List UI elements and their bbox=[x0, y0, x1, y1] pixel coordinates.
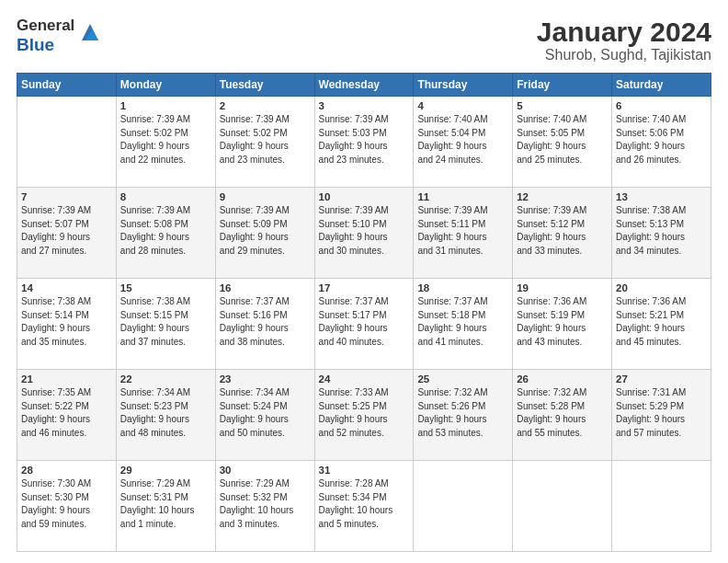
day-info: Sunrise: 7:39 AM Sunset: 5:07 PM Dayligh… bbox=[21, 204, 112, 258]
calendar-week-4: 28Sunrise: 7:30 AM Sunset: 5:30 PM Dayli… bbox=[17, 461, 711, 552]
table-row: 27Sunrise: 7:31 AM Sunset: 5:29 PM Dayli… bbox=[612, 370, 711, 461]
table-row: 1Sunrise: 7:39 AM Sunset: 5:02 PM Daylig… bbox=[116, 97, 215, 188]
day-info: Sunrise: 7:40 AM Sunset: 5:04 PM Dayligh… bbox=[417, 113, 508, 167]
table-row: 4Sunrise: 7:40 AM Sunset: 5:04 PM Daylig… bbox=[414, 97, 513, 188]
day-number: 26 bbox=[517, 373, 608, 385]
day-info: Sunrise: 7:39 AM Sunset: 5:09 PM Dayligh… bbox=[220, 204, 311, 258]
day-number: 19 bbox=[517, 282, 608, 293]
table-row: 15Sunrise: 7:38 AM Sunset: 5:15 PM Dayli… bbox=[116, 279, 215, 370]
logo-blue: Blue bbox=[17, 35, 54, 54]
day-number: 27 bbox=[616, 373, 707, 385]
table-row: 18Sunrise: 7:37 AM Sunset: 5:18 PM Dayli… bbox=[414, 279, 513, 370]
day-info: Sunrise: 7:32 AM Sunset: 5:26 PM Dayligh… bbox=[417, 386, 508, 440]
table-row: 2Sunrise: 7:39 AM Sunset: 5:02 PM Daylig… bbox=[215, 97, 314, 188]
title-block: January 2024 Shurob, Sughd, Tajikistan bbox=[537, 17, 711, 63]
logo-general: General bbox=[17, 17, 74, 34]
day-number: 11 bbox=[417, 191, 508, 202]
day-number: 30 bbox=[220, 465, 311, 476]
calendar-week-3: 21Sunrise: 7:35 AM Sunset: 5:22 PM Dayli… bbox=[17, 370, 711, 461]
table-row: 12Sunrise: 7:39 AM Sunset: 5:12 PM Dayli… bbox=[513, 188, 612, 279]
day-header-thursday: Thursday bbox=[414, 74, 513, 97]
calendar-page: General Blue January 2024 Shurob, Sughd,… bbox=[0, 0, 728, 563]
day-number: 15 bbox=[120, 282, 211, 293]
day-info: Sunrise: 7:34 AM Sunset: 5:23 PM Dayligh… bbox=[120, 386, 211, 440]
day-info: Sunrise: 7:37 AM Sunset: 5:18 PM Dayligh… bbox=[417, 295, 508, 349]
day-number: 24 bbox=[319, 373, 410, 385]
table-row: 13Sunrise: 7:38 AM Sunset: 5:13 PM Dayli… bbox=[612, 188, 711, 279]
day-header-saturday: Saturday bbox=[612, 74, 711, 97]
day-info: Sunrise: 7:34 AM Sunset: 5:24 PM Dayligh… bbox=[220, 386, 311, 440]
day-info: Sunrise: 7:39 AM Sunset: 5:03 PM Dayligh… bbox=[319, 113, 410, 167]
day-number: 29 bbox=[120, 465, 211, 476]
table-row bbox=[513, 461, 612, 552]
day-number: 20 bbox=[616, 282, 707, 293]
logo-icon bbox=[78, 20, 102, 48]
day-number: 8 bbox=[120, 191, 211, 202]
day-number: 21 bbox=[21, 373, 112, 385]
day-info: Sunrise: 7:39 AM Sunset: 5:12 PM Dayligh… bbox=[517, 204, 608, 258]
calendar-week-2: 14Sunrise: 7:38 AM Sunset: 5:14 PM Dayli… bbox=[17, 279, 711, 370]
day-number: 22 bbox=[120, 373, 211, 385]
calendar-table: SundayMondayTuesdayWednesdayThursdayFrid… bbox=[17, 73, 711, 552]
table-row: 22Sunrise: 7:34 AM Sunset: 5:23 PM Dayli… bbox=[116, 370, 215, 461]
day-number: 10 bbox=[319, 191, 410, 202]
day-info: Sunrise: 7:39 AM Sunset: 5:02 PM Dayligh… bbox=[220, 113, 311, 167]
day-number: 7 bbox=[21, 191, 112, 202]
day-number: 16 bbox=[220, 282, 311, 293]
table-row: 26Sunrise: 7:32 AM Sunset: 5:28 PM Dayli… bbox=[513, 370, 612, 461]
day-info: Sunrise: 7:36 AM Sunset: 5:19 PM Dayligh… bbox=[517, 295, 608, 349]
table-row: 10Sunrise: 7:39 AM Sunset: 5:10 PM Dayli… bbox=[314, 188, 414, 279]
day-info: Sunrise: 7:29 AM Sunset: 5:31 PM Dayligh… bbox=[120, 477, 211, 531]
day-info: Sunrise: 7:39 AM Sunset: 5:02 PM Dayligh… bbox=[120, 113, 211, 167]
table-row: 16Sunrise: 7:37 AM Sunset: 5:16 PM Dayli… bbox=[215, 279, 314, 370]
day-info: Sunrise: 7:28 AM Sunset: 5:34 PM Dayligh… bbox=[319, 477, 410, 531]
day-number: 23 bbox=[220, 373, 311, 385]
day-number: 28 bbox=[21, 465, 112, 476]
day-header-friday: Friday bbox=[513, 74, 612, 97]
day-info: Sunrise: 7:33 AM Sunset: 5:25 PM Dayligh… bbox=[319, 386, 410, 440]
table-row: 3Sunrise: 7:39 AM Sunset: 5:03 PM Daylig… bbox=[314, 97, 414, 188]
day-number: 18 bbox=[417, 282, 508, 293]
day-info: Sunrise: 7:40 AM Sunset: 5:06 PM Dayligh… bbox=[616, 113, 707, 167]
table-row: 25Sunrise: 7:32 AM Sunset: 5:26 PM Dayli… bbox=[414, 370, 513, 461]
table-row bbox=[17, 97, 117, 188]
day-number: 6 bbox=[616, 100, 707, 111]
table-row: 21Sunrise: 7:35 AM Sunset: 5:22 PM Dayli… bbox=[17, 370, 117, 461]
calendar-header-row: SundayMondayTuesdayWednesdayThursdayFrid… bbox=[17, 74, 711, 97]
day-info: Sunrise: 7:37 AM Sunset: 5:16 PM Dayligh… bbox=[220, 295, 311, 349]
table-row: 31Sunrise: 7:28 AM Sunset: 5:34 PM Dayli… bbox=[314, 461, 414, 552]
day-info: Sunrise: 7:39 AM Sunset: 5:11 PM Dayligh… bbox=[417, 204, 508, 258]
day-info: Sunrise: 7:30 AM Sunset: 5:30 PM Dayligh… bbox=[21, 477, 112, 531]
table-row: 14Sunrise: 7:38 AM Sunset: 5:14 PM Dayli… bbox=[17, 279, 117, 370]
table-row: 9Sunrise: 7:39 AM Sunset: 5:09 PM Daylig… bbox=[215, 188, 314, 279]
calendar-week-0: 1Sunrise: 7:39 AM Sunset: 5:02 PM Daylig… bbox=[17, 97, 711, 188]
table-row: 24Sunrise: 7:33 AM Sunset: 5:25 PM Dayli… bbox=[314, 370, 414, 461]
table-row: 8Sunrise: 7:39 AM Sunset: 5:08 PM Daylig… bbox=[116, 188, 215, 279]
day-info: Sunrise: 7:39 AM Sunset: 5:10 PM Dayligh… bbox=[319, 204, 410, 258]
table-row: 20Sunrise: 7:36 AM Sunset: 5:21 PM Dayli… bbox=[612, 279, 711, 370]
table-row: 19Sunrise: 7:36 AM Sunset: 5:19 PM Dayli… bbox=[513, 279, 612, 370]
page-subtitle: Shurob, Sughd, Tajikistan bbox=[537, 47, 711, 63]
table-row: 29Sunrise: 7:29 AM Sunset: 5:31 PM Dayli… bbox=[116, 461, 215, 552]
day-number: 4 bbox=[417, 100, 508, 111]
day-info: Sunrise: 7:29 AM Sunset: 5:32 PM Dayligh… bbox=[220, 477, 311, 531]
day-info: Sunrise: 7:37 AM Sunset: 5:17 PM Dayligh… bbox=[319, 295, 410, 349]
calendar-week-1: 7Sunrise: 7:39 AM Sunset: 5:07 PM Daylig… bbox=[17, 188, 711, 279]
day-info: Sunrise: 7:31 AM Sunset: 5:29 PM Dayligh… bbox=[616, 386, 707, 440]
table-row: 30Sunrise: 7:29 AM Sunset: 5:32 PM Dayli… bbox=[215, 461, 314, 552]
header: General Blue January 2024 Shurob, Sughd,… bbox=[17, 17, 711, 63]
day-info: Sunrise: 7:40 AM Sunset: 5:05 PM Dayligh… bbox=[517, 113, 608, 167]
day-number: 31 bbox=[319, 465, 410, 476]
day-number: 14 bbox=[21, 282, 112, 293]
day-number: 13 bbox=[616, 191, 707, 202]
table-row: 23Sunrise: 7:34 AM Sunset: 5:24 PM Dayli… bbox=[215, 370, 314, 461]
day-info: Sunrise: 7:39 AM Sunset: 5:08 PM Dayligh… bbox=[120, 204, 211, 258]
day-number: 17 bbox=[319, 282, 410, 293]
day-number: 9 bbox=[220, 191, 311, 202]
table-row: 6Sunrise: 7:40 AM Sunset: 5:06 PM Daylig… bbox=[612, 97, 711, 188]
table-row bbox=[414, 461, 513, 552]
day-number: 1 bbox=[120, 100, 211, 111]
table-row: 11Sunrise: 7:39 AM Sunset: 5:11 PM Dayli… bbox=[414, 188, 513, 279]
day-info: Sunrise: 7:38 AM Sunset: 5:14 PM Dayligh… bbox=[21, 295, 112, 349]
day-info: Sunrise: 7:38 AM Sunset: 5:13 PM Dayligh… bbox=[616, 204, 707, 258]
